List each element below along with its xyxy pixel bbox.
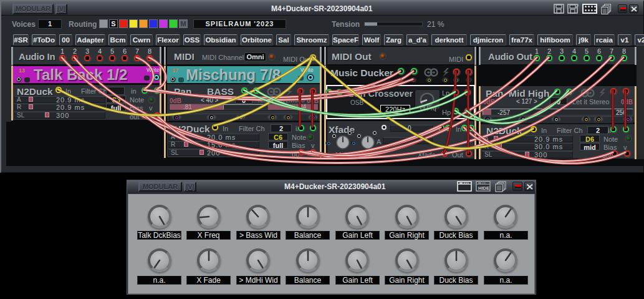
svg-text:HIDE: HIDE xyxy=(478,185,489,191)
